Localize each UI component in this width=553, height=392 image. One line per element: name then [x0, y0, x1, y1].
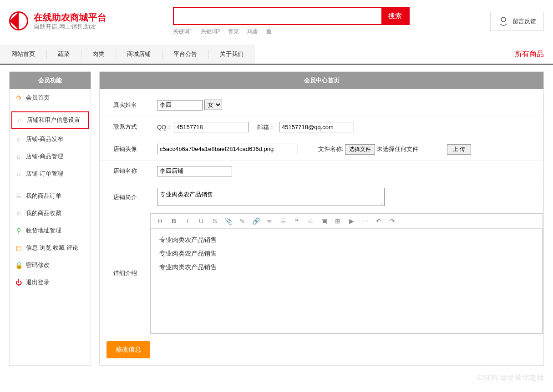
rte-toolbar: H B I U S 📎 ✎ 🔗 ≣ ☰ ❝ [151, 214, 543, 229]
ol-icon[interactable]: ☰ [279, 217, 287, 225]
gender-select[interactable]: 女 [204, 100, 222, 110]
star-icon: ☆ [15, 210, 22, 217]
file-none-text: 未选择任何文件 [377, 146, 418, 152]
logo-icon [9, 11, 28, 30]
nav-meat[interactable]: 肉类 [81, 45, 116, 64]
house-icon: ⌂ [15, 136, 22, 143]
nav-home[interactable]: 网站首页 [0, 45, 46, 64]
nav-shops[interactable]: 商城店铺 [116, 45, 162, 64]
brush-icon[interactable]: ✎ [238, 217, 246, 225]
undo-icon[interactable]: ↶ [375, 217, 383, 225]
link-icon[interactable]: 🔗 [252, 217, 260, 225]
lock-icon: 🔒 [15, 261, 22, 269]
sidebar-item-info[interactable]: ▤ 信息 浏览 收藏 评论 [10, 239, 91, 256]
sidebar-item-member-home[interactable]: ⟰ 会员首页 [10, 89, 91, 106]
brief-label: 店铺简介 [100, 182, 150, 213]
rte-editor[interactable]: 专业肉类农产品销售 专业肉类农产品销售 专业肉类农产品销售 [151, 229, 543, 333]
brand-subtitle: 自助开店.网上销售.助农 [34, 23, 107, 31]
keyword-link[interactable]: 关键词2 [201, 28, 220, 35]
brand-title: 在线助农商城平台 [34, 11, 107, 23]
nav-announce[interactable]: 平台公告 [162, 45, 208, 64]
sidebar-item-publish[interactable]: ⌂ 店铺-商品发布 [10, 131, 91, 148]
sidebar-item-logout[interactable]: ⏻ 退出登录 [10, 274, 91, 291]
clip-icon[interactable]: 📎 [224, 217, 233, 225]
avatar-input[interactable] [157, 144, 298, 154]
submit-button[interactable]: 修改信息 [107, 341, 150, 358]
list-icon: ☰ [15, 192, 22, 200]
home-icon: ⟰ [15, 94, 22, 101]
sidebar-item-product-manage[interactable]: ⌂ 店铺-商品管理 [10, 148, 91, 165]
ul-icon[interactable]: ≣ [265, 217, 274, 225]
sidebar-item-address[interactable]: ⚲ 收货地址管理 [10, 222, 91, 239]
video-icon[interactable]: ▶ [347, 217, 355, 225]
power-icon: ⏻ [15, 279, 22, 286]
house-icon: ⌂ [15, 170, 22, 177]
sidebar-item-order-manage[interactable]: ⌂ 店铺-订单管理 [10, 165, 91, 182]
qq-label: QQ： [157, 124, 172, 131]
bold-icon[interactable]: B [170, 217, 178, 225]
nav-about[interactable]: 关于我们 [208, 45, 255, 64]
emoji-icon[interactable]: ☺ [306, 217, 315, 225]
keyword-link[interactable]: 关键词1 [173, 28, 193, 35]
house-icon: ⌂ [15, 153, 22, 160]
qq-input[interactable] [174, 122, 249, 132]
italic-icon[interactable]: I [183, 217, 192, 225]
shopname-label: 店铺名称 [100, 160, 150, 182]
main-panel: 会员中心首页 真实姓名 女 联系方式 QQ： 邮箱： [99, 71, 544, 366]
heading-icon[interactable]: H [156, 217, 164, 225]
keyword-link[interactable]: 鱼 [266, 28, 272, 35]
brief-textarea[interactable]: 专业肉类农产品销售 [157, 188, 385, 206]
email-input[interactable] [279, 122, 354, 132]
doc-icon: ▤ [15, 244, 22, 251]
choose-file-button[interactable]: 选择文件 [345, 144, 375, 155]
code-icon[interactable]: ⋯ [361, 217, 369, 225]
feedback-button[interactable]: 留言反馈 [490, 12, 544, 31]
main-title: 会员中心首页 [100, 72, 543, 89]
sidebar: 会员功能 ⟰ 会员首页 ⌂ 店铺和用户信息设置 ⌂ 店铺-商品发布 ⌂ 店铺-商… [9, 71, 91, 366]
file-name-label: 文件名称: [318, 146, 344, 152]
table-icon[interactable]: ⊞ [334, 217, 342, 225]
redo-icon[interactable]: ↷ [388, 217, 396, 225]
underline-icon[interactable]: U [197, 217, 205, 225]
pin-icon: ⚲ [15, 227, 22, 234]
sidebar-item-my-favorites[interactable]: ☆ 我的商品收藏 [10, 205, 91, 222]
image-icon[interactable]: ▣ [320, 217, 328, 225]
quote-icon[interactable]: ❝ [293, 217, 301, 225]
realname-label: 真实姓名 [100, 94, 150, 116]
contact-label: 联系方式 [100, 116, 150, 138]
email-label: 邮箱： [257, 123, 275, 131]
detail-label: 详细介绍 [100, 213, 150, 334]
search-input[interactable] [174, 8, 381, 24]
upload-button[interactable]: 上 传 [447, 144, 471, 155]
sidebar-title: 会员功能 [10, 72, 91, 89]
realname-input[interactable] [157, 100, 203, 111]
sidebar-item-shop-settings[interactable]: ⌂ 店铺和用户信息设置 [11, 111, 89, 129]
svg-point-0 [501, 17, 506, 22]
search-button[interactable]: 搜索 [381, 8, 409, 24]
strike-icon[interactable]: S [211, 217, 219, 225]
sidebar-item-password[interactable]: 🔒 密码修改 [10, 256, 91, 274]
house-icon: ⌂ [16, 116, 23, 124]
headset-icon [498, 16, 509, 27]
shopname-input[interactable] [157, 166, 232, 176]
all-products-link[interactable]: 所有商品 [506, 45, 553, 64]
avatar-label: 店铺头像 [100, 138, 150, 160]
sidebar-item-my-orders[interactable]: ☰ 我的商品订单 [10, 187, 91, 205]
keyword-link[interactable]: 鸡蛋 [247, 28, 258, 35]
nav-vegetable[interactable]: 蔬菜 [46, 45, 81, 64]
keyword-link[interactable]: 青菜 [228, 28, 239, 35]
logo-area[interactable]: 在线助农商城平台 自助开店.网上销售.助农 [9, 11, 173, 31]
